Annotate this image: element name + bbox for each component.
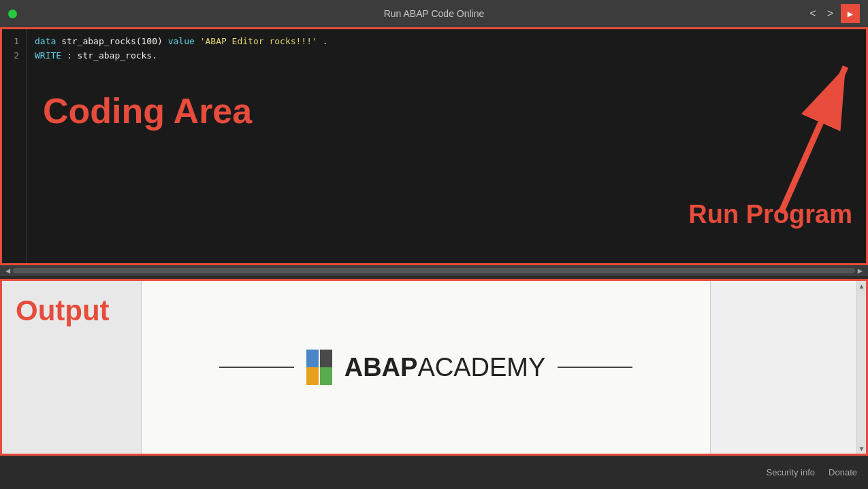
keyword-value: value: [168, 36, 195, 46]
nav-back-button[interactable]: <: [806, 6, 819, 21]
code-string-val: 'ABAP Editor rocks!!!': [200, 36, 317, 46]
line-number-2: 2: [9, 49, 19, 63]
code-var: str_abap_rocks(100): [61, 36, 168, 46]
logo-text-normal: ACADEMY: [417, 353, 545, 382]
logo-text: ABAPACADEMY: [344, 353, 546, 382]
code-line-1: data str_abap_rocks(100) value 'ABAP Edi…: [35, 35, 858, 49]
run-button[interactable]: ▶: [841, 4, 860, 23]
code-editor[interactable]: 1 2 data str_abap_rocks(100) value 'ABAP…: [0, 27, 868, 265]
logo-line-right: [558, 367, 632, 368]
output-left-sidebar: Output: [2, 281, 142, 454]
logo-icon: [306, 350, 332, 385]
abap-academy-logo: ABAPACADEMY: [219, 350, 633, 385]
security-info-link[interactable]: Security info: [767, 467, 816, 477]
code-text[interactable]: data str_abap_rocks(100) value 'ABAP Edi…: [27, 29, 866, 263]
line-number-1: 1: [9, 35, 19, 49]
logo-bar-right: [320, 350, 332, 385]
titlebar: Run ABAP Code Online < > ▶: [0, 0, 868, 27]
code-dot-1: .: [323, 36, 328, 46]
titlebar-left: [8, 10, 17, 18]
nav-forward-button[interactable]: >: [824, 6, 837, 21]
page-title: Run ABAP Code Online: [384, 8, 485, 19]
vertical-scrollbar[interactable]: ▲ ▼: [856, 281, 866, 454]
output-area: Output ABAPACADEMY: [0, 279, 868, 456]
scroll-right-arrow[interactable]: ▶: [855, 266, 865, 275]
vscroll-up-arrow[interactable]: ▲: [858, 281, 865, 291]
code-line-2: WRITE : str_abap_rocks.: [35, 49, 858, 63]
statusbar: Security info Donate: [0, 456, 868, 489]
logo-bar-bottom-right: [320, 367, 332, 385]
keyword-write: WRITE: [35, 50, 61, 61]
logo-bar-bottom-left: [306, 367, 319, 385]
output-label: Output: [16, 294, 110, 327]
traffic-light: [8, 10, 17, 18]
logo-bar-top-left: [306, 350, 319, 367]
vscroll-down-arrow[interactable]: ▼: [858, 443, 865, 454]
scrollbar-track[interactable]: [13, 268, 855, 273]
scroll-left-arrow[interactable]: ◀: [3, 266, 13, 275]
main-content: 1 2 data str_abap_rocks(100) value 'ABAP…: [0, 27, 868, 456]
logo-bar-top-right: [320, 350, 332, 367]
vscroll-track[interactable]: [857, 291, 866, 443]
logo-text-bold: ABAP: [344, 353, 418, 382]
horizontal-scrollbar[interactable]: ◀ ▶: [0, 265, 868, 276]
donate-link[interactable]: Donate: [829, 467, 857, 477]
logo-line-left: [219, 367, 294, 368]
output-main: ABAPACADEMY: [142, 281, 710, 454]
logo-bar-left: [306, 350, 319, 385]
output-right-sidebar: [710, 281, 856, 454]
line-numbers: 1 2: [2, 29, 27, 263]
titlebar-controls: < > ▶: [806, 4, 860, 23]
code-write-stmt: : str_abap_rocks.: [67, 50, 157, 61]
keyword-data: data: [35, 36, 56, 46]
